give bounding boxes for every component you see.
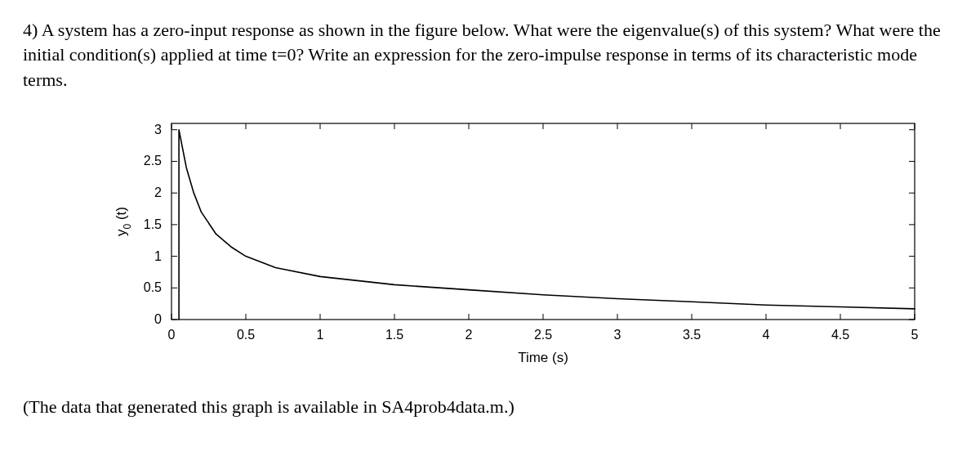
y-axis-label: y0 (t) — [114, 207, 133, 236]
x-tick-label: 3 — [614, 328, 621, 342]
plot-box — [172, 123, 915, 320]
x-tick-label: 2 — [466, 328, 473, 342]
footnote: (The data that generated this graph is a… — [23, 396, 957, 418]
chart: 00.511.522.533.544.5500.511.522.53Time (… — [90, 109, 939, 387]
x-tick-label: 0 — [168, 328, 176, 342]
y-tick-label: 2.5 — [144, 154, 162, 168]
x-tick-label: 2.5 — [534, 328, 552, 342]
y-tick-label: 1.5 — [144, 217, 162, 231]
x-tick-label: 0.5 — [237, 328, 255, 342]
x-tick-label: 1.5 — [385, 328, 403, 342]
question-body: A system has a zero-input response as sh… — [23, 20, 941, 90]
question-text: 4) A system has a zero-input response as… — [23, 18, 957, 92]
y-tick-label: 1 — [154, 249, 162, 263]
y-tick-label: 3 — [154, 123, 162, 136]
x-tick-label: 3.5 — [683, 328, 701, 342]
y-tick-label: 2 — [154, 186, 162, 199]
chart-svg: 00.511.522.533.544.5500.511.522.53Time (… — [90, 109, 939, 387]
x-tick-label: 1 — [317, 328, 324, 342]
y-tick-label: 0 — [154, 312, 162, 326]
series-line — [179, 130, 915, 320]
y-tick-label: 0.5 — [144, 280, 162, 294]
x-axis-label: Time (s) — [518, 350, 568, 365]
x-tick-label: 4 — [763, 328, 770, 342]
x-tick-label: 4.5 — [831, 328, 849, 342]
figure-container: 00.511.522.533.544.5500.511.522.53Time (… — [23, 109, 957, 387]
x-tick-label: 5 — [911, 328, 919, 342]
question-number: 4) — [23, 20, 42, 40]
